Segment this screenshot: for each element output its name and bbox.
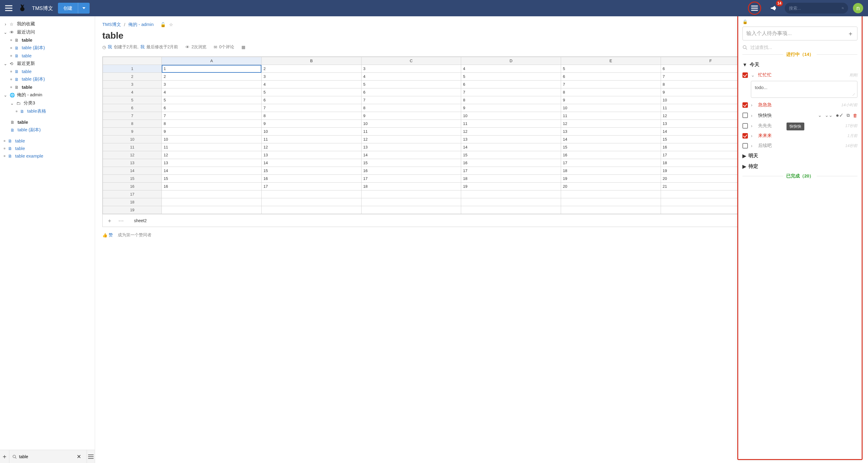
nav-recent-update-item[interactable]: 🗎table: [9, 83, 92, 91]
chevron-right-icon[interactable]: ›: [751, 102, 755, 107]
cell[interactable]: [162, 190, 262, 198]
cell[interactable]: 5: [162, 96, 262, 104]
cell[interactable]: 9: [461, 104, 561, 112]
cell[interactable]: 15: [461, 151, 561, 159]
cell[interactable]: [561, 206, 661, 214]
cell[interactable]: 16: [162, 183, 262, 190]
nav-recent-update[interactable]: ⌄ ⟲ 最近更新: [2, 59, 92, 68]
cell[interactable]: 14: [461, 143, 561, 151]
chevron-down-icon[interactable]: ⌄: [818, 113, 822, 118]
nav-loose-item[interactable]: 🗎table: [2, 145, 92, 152]
row-header[interactable]: 16: [103, 183, 162, 190]
cell[interactable]: 10: [361, 120, 461, 128]
cell[interactable]: 4: [461, 65, 561, 73]
checkbox[interactable]: [742, 102, 748, 108]
cell[interactable]: 5: [461, 73, 561, 81]
cell[interactable]: 9: [162, 128, 262, 135]
cell[interactable]: 16: [561, 151, 661, 159]
like-button[interactable]: 👍 赞: [102, 233, 113, 238]
star-icon[interactable]: ☆: [169, 22, 173, 28]
cell[interactable]: [261, 198, 361, 206]
cell[interactable]: 7: [162, 112, 262, 120]
cell[interactable]: 11: [561, 112, 661, 120]
cell[interactable]: 5: [361, 81, 461, 88]
cell[interactable]: 12: [461, 128, 561, 135]
cell[interactable]: 14: [162, 167, 262, 175]
chevron-down-icon[interactable]: ⌄: [751, 72, 755, 78]
author-link[interactable]: 我: [108, 44, 112, 50]
cell[interactable]: 6: [461, 81, 561, 88]
cell[interactable]: 8: [361, 104, 461, 112]
row-header[interactable]: 10: [103, 135, 162, 143]
chevron-right-icon[interactable]: ›: [751, 133, 755, 138]
cell[interactable]: 4: [261, 81, 361, 88]
cell[interactable]: 9: [361, 112, 461, 120]
cell[interactable]: 7: [461, 88, 561, 96]
corner-cell[interactable]: [103, 57, 162, 65]
row-header[interactable]: 18: [103, 198, 162, 206]
cell[interactable]: 10: [261, 128, 361, 135]
cell[interactable]: 1: [162, 65, 262, 73]
cell[interactable]: 12: [561, 120, 661, 128]
todo-item[interactable]: ›快快快⌄⌄⌄●✓⧉🗑: [742, 112, 858, 119]
resize-icon[interactable]: ⟋: [851, 92, 856, 97]
cell[interactable]: 15: [561, 143, 661, 151]
cell[interactable]: 14: [561, 135, 661, 143]
cell[interactable]: [561, 198, 661, 206]
cell[interactable]: 18: [361, 183, 461, 190]
cell[interactable]: 5: [561, 65, 661, 73]
cell[interactable]: 3: [261, 73, 361, 81]
cell[interactable]: [361, 206, 461, 214]
chevron-right-icon[interactable]: ›: [751, 143, 755, 148]
nav-category[interactable]: ⌄ 🗀 分类3: [9, 99, 92, 107]
cell[interactable]: 13: [162, 159, 262, 167]
todo-item[interactable]: ›急急急14小时前: [742, 102, 858, 108]
row-header[interactable]: 14: [103, 167, 162, 175]
todo-section-pending[interactable]: ▶待定: [742, 163, 858, 169]
sheet-tab[interactable]: sheet2: [129, 215, 152, 227]
todo-item[interactable]: ›后续吧14秒前: [742, 143, 858, 149]
cell[interactable]: 17: [261, 183, 361, 190]
nav-recent-update-item[interactable]: 🗎table (副本): [9, 75, 92, 83]
cell[interactable]: 20: [561, 183, 661, 190]
row-header[interactable]: 4: [103, 88, 162, 96]
cell[interactable]: 6: [162, 104, 262, 112]
col-header[interactable]: D: [461, 57, 561, 65]
nav-favorites[interactable]: › ☆ 我的收藏: [2, 20, 92, 28]
cell[interactable]: 8: [461, 96, 561, 104]
global-search-input[interactable]: [789, 6, 842, 10]
menu-toggle[interactable]: [5, 5, 13, 11]
checkbox[interactable]: [742, 123, 748, 129]
cell[interactable]: 9: [261, 120, 361, 128]
checkbox[interactable]: [742, 113, 748, 118]
todo-add[interactable]: ＋: [742, 27, 858, 40]
cell[interactable]: 6: [561, 73, 661, 81]
create-button[interactable]: 创建: [58, 3, 90, 13]
create-caret-icon[interactable]: [78, 3, 90, 13]
todo-section-tomorrow[interactable]: ▶明天: [742, 153, 858, 159]
cell[interactable]: [461, 206, 561, 214]
row-header[interactable]: 19: [103, 206, 162, 214]
sidebar-add-button[interactable]: ＋: [0, 450, 9, 463]
todo-add-button[interactable]: ＋: [847, 30, 854, 38]
todo-toggle-button[interactable]: [748, 1, 761, 15]
cell[interactable]: 17: [361, 175, 461, 183]
cell[interactable]: 12: [162, 151, 262, 159]
copy-icon[interactable]: ⧉: [846, 113, 850, 118]
row-header[interactable]: 9: [103, 128, 162, 135]
sidebar-more-button[interactable]: [87, 450, 95, 463]
nav-mine-item[interactable]: 🗎table: [9, 118, 92, 126]
cell[interactable]: 8: [561, 88, 661, 96]
row-header[interactable]: 15: [103, 175, 162, 183]
cell[interactable]: 8: [261, 112, 361, 120]
cell[interactable]: 16: [461, 159, 561, 167]
cell[interactable]: 15: [261, 167, 361, 175]
cell[interactable]: 11: [361, 128, 461, 135]
cell[interactable]: 11: [261, 135, 361, 143]
grid-icon[interactable]: ▦: [242, 45, 245, 50]
col-header[interactable]: E: [561, 57, 661, 65]
cell[interactable]: 17: [561, 159, 661, 167]
breadcrumb-space[interactable]: 俺的 - admin: [128, 22, 154, 28]
sidebar-search[interactable]: ✕: [9, 453, 87, 460]
sidebar-search-input[interactable]: [19, 454, 72, 459]
